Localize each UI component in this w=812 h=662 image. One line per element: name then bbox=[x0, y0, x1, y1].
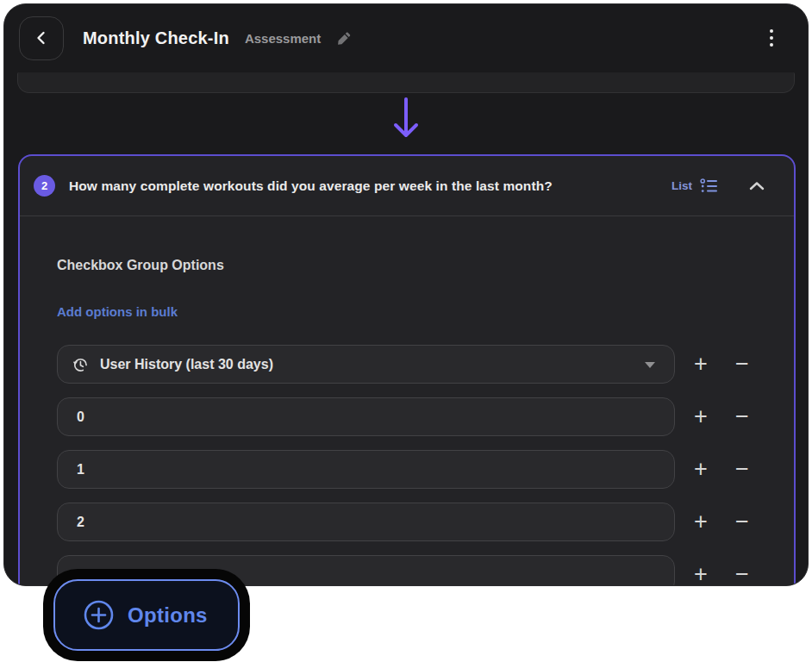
chevron-up-icon bbox=[747, 180, 766, 192]
question-card: 2 How many complete workouts did you ave… bbox=[18, 154, 796, 586]
kebab-menu-icon[interactable] bbox=[765, 24, 778, 52]
remove-option-button[interactable]: − bbox=[723, 556, 761, 587]
option-input[interactable]: 2 bbox=[57, 503, 675, 541]
option-value: User History (last 30 days) bbox=[100, 357, 273, 372]
options-button[interactable]: Options bbox=[53, 579, 240, 651]
question-number-badge: 2 bbox=[34, 175, 55, 197]
app-window: Monthly Check-In Assessment 2 How many c… bbox=[3, 3, 809, 586]
remove-option-button[interactable]: − bbox=[723, 503, 761, 541]
option-row: User History (last 30 days) + − bbox=[57, 345, 794, 384]
question-type-label: List bbox=[671, 179, 692, 192]
previous-question-card[interactable] bbox=[17, 72, 795, 93]
add-option-button[interactable]: + bbox=[682, 503, 720, 541]
options-list: User History (last 30 days) + − 0 + − bbox=[57, 345, 794, 586]
question-body: Checkbox Group Options Add options in bu… bbox=[20, 258, 794, 586]
header-bar: Monthly Check-In Assessment bbox=[19, 16, 794, 60]
add-options-in-bulk-link[interactable]: Add options in bulk bbox=[57, 304, 178, 319]
circle-plus-icon bbox=[83, 599, 115, 631]
option-row: 1 + − bbox=[57, 450, 794, 489]
question-header: 2 How many complete workouts did you ave… bbox=[20, 156, 794, 216]
section-title: Checkbox Group Options bbox=[57, 258, 794, 273]
option-value: 0 bbox=[77, 409, 84, 425]
chevron-left-icon bbox=[32, 28, 51, 47]
option-row: 2 + − bbox=[57, 503, 794, 541]
pencil-icon[interactable] bbox=[336, 30, 353, 47]
options-button-label: Options bbox=[128, 603, 208, 628]
add-option-button[interactable]: + bbox=[682, 346, 720, 384]
option-value: 1 bbox=[77, 462, 84, 478]
remove-option-button[interactable]: − bbox=[723, 346, 761, 384]
history-clock-icon bbox=[72, 356, 89, 373]
question-type-button[interactable]: List bbox=[671, 178, 718, 194]
page-title: Monthly Check-In bbox=[83, 28, 229, 48]
collapse-button[interactable] bbox=[744, 177, 770, 196]
option-input[interactable]: 1 bbox=[57, 450, 675, 489]
arrow-down-icon bbox=[387, 96, 425, 146]
option-input[interactable]: 0 bbox=[57, 397, 675, 436]
page-subtitle: Assessment bbox=[245, 31, 321, 46]
screen: Monthly Check-In Assessment 2 How many c… bbox=[0, 0, 812, 662]
caret-down-icon bbox=[645, 362, 655, 368]
add-option-button[interactable]: + bbox=[682, 398, 720, 436]
option-value: 2 bbox=[77, 515, 84, 530]
list-bullets-icon bbox=[700, 178, 718, 194]
add-option-button[interactable]: + bbox=[682, 556, 720, 587]
question-text: How many complete workouts did you avera… bbox=[69, 178, 553, 194]
option-input-user-history[interactable]: User History (last 30 days) bbox=[57, 345, 675, 384]
remove-option-button[interactable]: − bbox=[723, 451, 761, 489]
option-row: 0 + − bbox=[57, 397, 794, 436]
back-button[interactable] bbox=[19, 16, 64, 60]
remove-option-button[interactable]: − bbox=[723, 398, 761, 436]
add-option-button[interactable]: + bbox=[682, 451, 720, 489]
